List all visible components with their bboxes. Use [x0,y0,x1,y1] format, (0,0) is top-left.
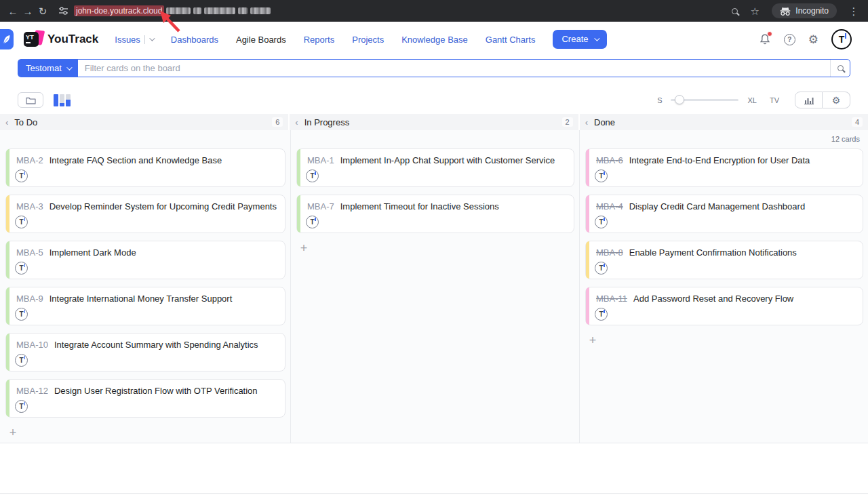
redacted-url-segment [166,7,271,14]
notification-dot [767,31,772,37]
avatar-letter: T [310,218,314,226]
issue-card[interactable]: MBA-7 Implement Timeout for Inactive Ses… [296,195,574,233]
sprint-progress-chart-icon[interactable] [54,94,71,106]
nav-item[interactable]: Reports [304,35,335,45]
issue-card[interactable]: MBA-2 Integrate FAQ Section and Knowledg… [5,148,285,187]
card-priority-stripe [297,195,300,233]
issue-id[interactable]: MBA-4 [596,201,623,212]
column-header[interactable]: ‹ To Do 6 [0,114,288,130]
chevron-down-icon[interactable] [149,35,155,41]
nav-item[interactable]: Issues [115,35,153,45]
issue-card[interactable]: MBA-8 Enable Payment Confirmation Notifi… [585,241,863,279]
assignee-avatar[interactable]: T [15,400,28,413]
header-icons: ? ⚙ T [759,29,852,49]
card-priority-stripe [6,149,9,186]
issue-id[interactable]: MBA-9 [16,294,43,304]
search-icon [837,65,844,71]
settings-gear-icon[interactable]: ⚙ [808,34,818,45]
issue-card[interactable]: MBA-11 Add Password Reset and Recovery F… [585,287,863,325]
issue-title: Integrate FAQ Section and Knowledge Base [50,155,222,165]
assignee-avatar[interactable]: T [595,169,608,182]
issue-id[interactable]: MBA-2 [16,155,43,165]
issue-card[interactable]: MBA-1 Implement In-App Chat Support with… [296,148,574,187]
issue-id[interactable]: MBA-6 [596,155,623,165]
chart-button[interactable] [795,92,823,108]
issue-card[interactable]: MBA-9 Integrate International Money Tran… [5,287,285,325]
browser-forward-icon[interactable]: → [20,6,35,16]
url-text[interactable]: john-doe.youtrack.cloud [74,5,164,16]
issue-id[interactable]: MBA-10 [16,340,48,350]
card-priority-stripe [297,149,300,186]
issue-id[interactable]: MBA-12 [16,386,48,396]
zoom-icon[interactable] [732,8,738,14]
board-settings-button[interactable]: ⚙ [823,92,850,108]
tv-mode-button[interactable]: TV [770,96,779,104]
issue-card[interactable]: MBA-6 Integrate End-to-End Encryption fo… [585,148,863,187]
add-card-button[interactable]: + [298,242,310,254]
address-bar[interactable]: john-doe.youtrack.cloud [54,5,732,16]
avatar-letter: T [599,172,603,180]
add-card-button[interactable]: + [7,426,19,439]
site-info-icon[interactable] [58,6,68,16]
filter-bar: Testomat [18,59,850,77]
card-priority-stripe [6,380,9,417]
filter-input[interactable] [78,60,830,77]
collapse-column-icon[interactable]: ‹ [5,117,8,127]
issue-id[interactable]: MBA-7 [307,201,334,212]
issue-card[interactable]: MBA-10 Integrate Account Summary with Sp… [5,333,285,371]
app-title: YouTrack [47,33,98,46]
backlog-folder-button[interactable] [18,92,43,108]
issue-title: Integrate International Money Transfer S… [50,294,233,304]
help-icon[interactable]: ? [784,34,795,45]
browser-back-icon[interactable]: ← [5,6,20,16]
bookmark-star-icon[interactable]: ☆ [747,6,762,16]
issue-card[interactable]: MBA-3 Develop Reminder System for Upcomi… [5,195,285,233]
assignee-avatar[interactable]: T [595,308,608,321]
create-button[interactable]: Create [553,30,606,49]
youtrack-logo[interactable]: YT YouTrack [24,31,98,48]
nav-item-label: Knowledge Base [401,35,468,45]
assignee-avatar[interactable]: T [595,216,608,228]
browser-reload-icon[interactable]: ↻ [35,6,50,16]
board-selector-button[interactable]: Testomat [18,60,78,77]
issue-id[interactable]: MBA-8 [596,247,623,258]
assignee-avatar[interactable]: T [15,308,28,321]
assignee-avatar[interactable]: T [15,262,28,275]
add-card-button[interactable]: + [587,334,599,346]
user-avatar[interactable]: T [831,29,852,49]
assignee-avatar[interactable]: T [15,354,28,367]
collapse-column-icon[interactable]: ‹ [585,117,588,127]
nav-item[interactable]: Knowledge Base [401,35,468,45]
column-header[interactable]: ‹ In Progress 2 [290,114,578,130]
assignee-avatar[interactable]: T [306,216,319,228]
slider-knob[interactable] [675,95,684,104]
issue-card[interactable]: MBA-4 Display Credit Card Management Das… [585,195,863,233]
nav-item[interactable]: Gantt Charts [486,35,536,45]
assignee-avatar[interactable]: T [595,262,608,275]
issue-id[interactable]: MBA-5 [16,247,43,258]
card-size-slider[interactable] [671,99,738,101]
column-header[interactable]: ‹ Done 4 [580,114,868,130]
column-title: To Do [14,117,37,127]
nav-item[interactable]: Agile Boards [236,35,286,45]
assignee-avatar[interactable]: T [306,169,319,182]
histogram-icon [804,96,814,104]
issue-card[interactable]: MBA-12 Design User Registration Flow wit… [5,379,285,418]
notifications-bell-icon[interactable] [759,33,771,45]
nav-item[interactable]: Dashboards [171,35,218,45]
nav-item[interactable]: Projects [352,35,384,45]
assignee-avatar[interactable]: T [15,169,28,182]
issue-id[interactable]: MBA-1 [307,155,334,165]
collapse-column-icon[interactable]: ‹ [295,117,298,127]
main-nav: Issues Dashboards Agile Boards Reports P… [115,35,535,45]
issue-id[interactable]: MBA-3 [16,201,43,212]
extension-tab[interactable] [0,29,14,49]
issue-title: Add Password Reset and Recovery Flow [633,294,793,304]
issue-id[interactable]: MBA-11 [596,294,627,304]
browser-menu-icon[interactable]: ⋮ [846,6,861,16]
nav-item-label: Issues [115,35,140,45]
card-priority-stripe [6,241,9,279]
issue-card[interactable]: MBA-5 Implement Dark Mode T [5,241,285,279]
search-button[interactable] [830,60,850,77]
assignee-avatar[interactable]: T [15,216,28,228]
